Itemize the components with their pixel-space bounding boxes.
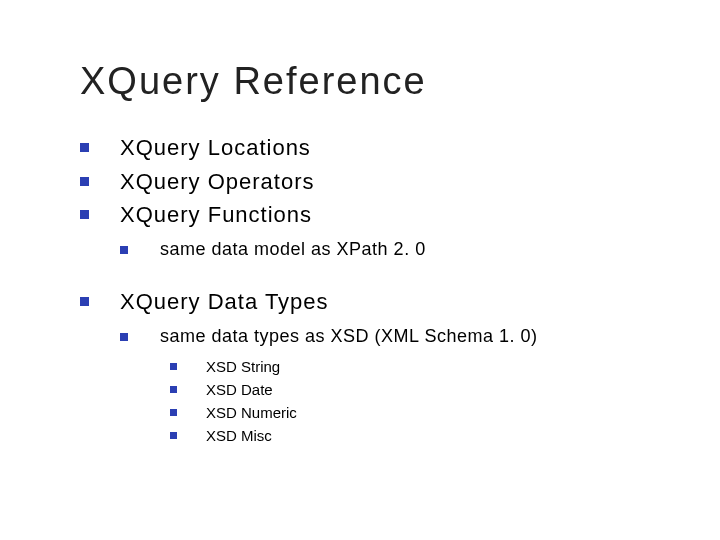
list-item: XQuery Locations [80, 133, 660, 163]
list-item-label: XQuery Locations [120, 135, 311, 160]
list-item: XSD Date [170, 379, 660, 400]
list-item: same data types as XSD (XML Schema 1. 0) [120, 323, 660, 350]
list-item: same data model as XPath 2. 0 [120, 236, 660, 263]
square-bullet-icon [170, 363, 177, 370]
square-bullet-icon [170, 432, 177, 439]
list-item-label: same data types as XSD (XML Schema 1. 0) [160, 326, 538, 346]
square-bullet-icon [80, 210, 89, 219]
square-bullet-icon [170, 386, 177, 393]
square-bullet-icon [80, 177, 89, 186]
square-bullet-icon [120, 333, 128, 341]
spacer [80, 269, 660, 283]
bullet-list: XQuery Locations XQuery Operators XQuery… [80, 133, 660, 446]
list-item: XQuery Operators [80, 167, 660, 197]
list-item-label: XSD Numeric [206, 404, 297, 421]
square-bullet-icon [80, 143, 89, 152]
list-item: XQuery Functions [80, 200, 660, 230]
list-item: XSD Misc [170, 425, 660, 446]
list-item-label: XSD Date [206, 381, 273, 398]
list-item-label: XSD Misc [206, 427, 272, 444]
list-item-label: XQuery Data Types [120, 289, 329, 314]
slide-title: XQuery Reference [80, 60, 660, 103]
list-item: XQuery Data Types [80, 287, 660, 317]
slide: XQuery Reference XQuery Locations XQuery… [0, 0, 720, 540]
square-bullet-icon [80, 297, 89, 306]
list-item-label: XQuery Operators [120, 169, 315, 194]
list-item: XSD Numeric [170, 402, 660, 423]
list-item-label: XQuery Functions [120, 202, 312, 227]
square-bullet-icon [170, 409, 177, 416]
list-item-label: XSD String [206, 358, 280, 375]
square-bullet-icon [120, 246, 128, 254]
list-item-label: same data model as XPath 2. 0 [160, 239, 426, 259]
list-item: XSD String [170, 356, 660, 377]
